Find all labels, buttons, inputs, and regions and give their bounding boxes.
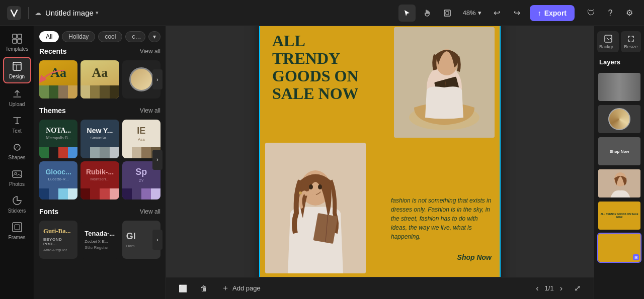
canvas-background[interactable]: ⊞ ··· ALL TRENDY GOODS ON SALE NOW	[166, 26, 594, 277]
fonts-grid-wrapper: Guti-Ba... BEYOND PRO... Anta-Regular Te…	[39, 221, 160, 259]
recents-view-all[interactable]: View all	[140, 48, 160, 55]
next-page-button[interactable]: ›	[558, 282, 565, 295]
sidebar-item-text[interactable]: Text	[3, 112, 31, 137]
bottom-page-icon[interactable]: ⬜	[174, 280, 191, 297]
undo-button[interactable]: ↩	[489, 5, 506, 22]
svg-rect-5	[13, 39, 17, 43]
design-image-bottom-left[interactable]	[265, 143, 366, 273]
filter-tag-concise[interactable]: concise	[125, 31, 145, 42]
resize-button[interactable]: Resize	[621, 31, 641, 52]
recents-grid-wrapper: Aa Aa	[39, 60, 160, 98]
topbar-right-icons: 🛡 ? ⚙	[583, 5, 638, 22]
sidebar-item-frames[interactable]: Frames	[3, 219, 31, 243]
theme-card-glooc[interactable]: Glooc... Lucette-R...	[39, 161, 77, 200]
topbar-divider	[28, 7, 29, 19]
font-card-guti[interactable]: Guti-Ba... BEYOND PRO... Anta-Regular	[39, 221, 77, 259]
svg-rect-0	[7, 6, 21, 20]
sidebar-item-shapes-label: Shapes	[9, 155, 26, 160]
help-button[interactable]: ?	[602, 5, 619, 22]
bottom-trash-button[interactable]: 🗑	[195, 280, 212, 297]
svg-rect-3	[13, 34, 17, 38]
export-icon: ↑	[538, 9, 541, 17]
theme-card-rubik[interactable]: Rubik-... Montserr...	[80, 161, 119, 200]
theme-card-nota[interactable]: NOTA... Metropolis-B...	[39, 120, 77, 158]
design-description: fashion is not something that exists in …	[391, 196, 492, 241]
svg-rect-14	[15, 225, 20, 230]
redo-button[interactable]: ↪	[509, 5, 526, 22]
layer-item-3[interactable]: Shop Now	[597, 136, 641, 166]
topbar-tools: 48% ▾ ↩ ↪	[398, 5, 526, 22]
sidebar-item-text-label: Text	[12, 128, 21, 134]
themes-title: Themes	[39, 107, 66, 115]
svg-rect-11	[13, 171, 22, 177]
template-card-rec2[interactable]: Aa	[80, 60, 119, 98]
layer-item-4[interactable]	[597, 168, 641, 198]
background-button[interactable]: Backgr...	[597, 31, 619, 52]
sidebar-item-design[interactable]: Design	[3, 57, 31, 83]
filter-tag-all[interactable]: All	[39, 31, 59, 42]
sidebar-item-upload[interactable]: Upload	[3, 85, 31, 110]
topbar: ☁ Untitled image ▾ 48% ▾ ↩ ↪ ↑ Export	[0, 0, 644, 26]
layer-item-6[interactable]: ⊞	[597, 233, 641, 263]
recents-grid: Aa Aa	[39, 60, 160, 98]
main-layout: Templates Design Upload Text	[0, 26, 644, 299]
design-shop-now[interactable]: Shop Now	[457, 253, 492, 261]
design-image-top-right[interactable]	[394, 27, 495, 138]
themes-header: Themes View all	[39, 107, 160, 115]
title-chevron-icon: ▾	[96, 10, 99, 16]
sidebar-item-upload-label: Upload	[9, 102, 25, 107]
prev-page-button[interactable]: ‹	[534, 282, 540, 295]
document-title[interactable]: Untitled image ▾	[45, 9, 99, 17]
sidebar-item-stickers[interactable]: Stickers	[3, 192, 31, 217]
page-indicator: 1/1	[545, 284, 554, 292]
logo[interactable]	[6, 5, 22, 21]
export-button[interactable]: ↑ Export	[530, 5, 575, 21]
canvas-quick-tools: Backgr... Resize	[597, 31, 641, 52]
cloud-status: ☁	[35, 9, 41, 17]
frame-tool-button[interactable]	[439, 5, 456, 22]
svg-point-24	[309, 184, 313, 189]
filter-tag-holiday[interactable]: Holiday	[62, 31, 95, 42]
sidebar-item-photos[interactable]: Photos	[3, 165, 31, 190]
hand-tool-button[interactable]	[419, 5, 436, 22]
bottom-left-tools: ⬜ 🗑 ＋ Add page	[174, 280, 266, 297]
select-tool-button[interactable]	[398, 5, 416, 22]
template-card-rec1[interactable]: Aa	[39, 60, 77, 98]
add-page-button[interactable]: ＋ Add page	[216, 281, 266, 295]
themes-view-all[interactable]: View all	[140, 107, 160, 114]
sidebar-item-photos-label: Photos	[9, 181, 25, 187]
filter-tag-cool[interactable]: cool	[98, 31, 122, 42]
sidebar-item-shapes[interactable]: Shapes	[3, 139, 31, 163]
zoom-control[interactable]: 48% ▾	[459, 7, 486, 19]
font-card-tenada[interactable]: Tenada-... Zocbei X-E... Stilu-Regular	[80, 221, 119, 259]
recents-scroll-right[interactable]: ›	[152, 69, 163, 89]
filter-more-dropdown[interactable]: ▾	[148, 31, 160, 42]
settings-button[interactable]: ⚙	[621, 5, 638, 22]
expand-button[interactable]: ⤢	[569, 280, 586, 297]
recents-title: Recents	[39, 47, 66, 55]
fonts-section: Fonts View all Guti-Ba... BEYOND PRO... …	[34, 208, 166, 267]
design-headline: ALL TRENDY GOODS ON SALE NOW	[272, 32, 373, 103]
svg-point-25	[318, 184, 322, 189]
theme-card-newy[interactable]: New Y... SinkinSa...	[80, 120, 119, 158]
svg-rect-7	[13, 62, 21, 70]
fonts-header: Fonts View all	[39, 208, 160, 216]
layer-item-1[interactable]	[597, 72, 641, 102]
themes-grid-row2: Glooc... Lucette-R...	[39, 161, 160, 200]
fonts-view-all[interactable]: View all	[140, 208, 160, 215]
svg-rect-6	[18, 39, 22, 43]
shield-button[interactable]: 🛡	[583, 5, 600, 22]
canvas-document[interactable]: ALL TRENDY GOODS ON SALE NOW	[259, 26, 501, 277]
design-panel: All Holiday cool concise ▾ Recents View …	[34, 26, 166, 299]
layer-item-2[interactable]	[597, 104, 641, 134]
themes-scroll-right[interactable]: ›	[152, 150, 163, 170]
fonts-scroll-right[interactable]: ›	[152, 230, 163, 250]
fonts-grid: Guti-Ba... BEYOND PRO... Anta-Regular Te…	[39, 221, 160, 259]
layer-item-5[interactable]: ALL TRENDY GOODS ON SALE NOW	[597, 201, 641, 231]
sidebar-item-templates[interactable]: Templates	[3, 30, 31, 55]
canvas-area: ⊞ ··· ALL TRENDY GOODS ON SALE NOW	[166, 26, 594, 299]
fonts-title: Fonts	[39, 208, 58, 216]
layers-title: Layers	[597, 58, 641, 70]
layers-panel: Backgr... Resize Layers Shop Now	[594, 26, 644, 299]
cloud-icon: ☁	[35, 9, 41, 17]
